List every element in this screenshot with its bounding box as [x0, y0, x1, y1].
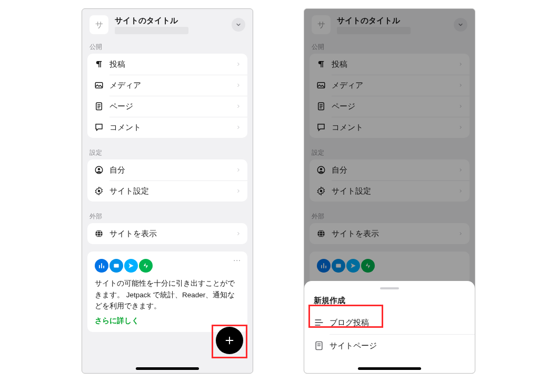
section-label-external: 外部 — [304, 209, 475, 223]
post-icon — [314, 317, 324, 328]
create-bottom-sheet: 新規作成 ブログ投稿 サイトページ — [304, 281, 475, 373]
pages-icon — [316, 101, 326, 112]
group-settings: 自分 サイト設定 — [87, 159, 247, 202]
site-switcher-button[interactable] — [232, 18, 245, 32]
home-indicator — [136, 367, 199, 370]
page-icon — [314, 340, 324, 351]
group-external: サイトを表示 — [87, 223, 247, 244]
svg-point-3 — [98, 168, 101, 170]
stats-icon — [95, 259, 108, 273]
menu-view-site: サイトを表示 — [310, 223, 470, 244]
site-avatar: サ — [312, 15, 331, 34]
chevron-right-icon — [236, 103, 241, 110]
menu-view-site[interactable]: サイトを表示 — [87, 223, 247, 244]
group-publish: 投稿 メディア ページ コメント — [87, 54, 247, 138]
section-label-settings: 設定 — [304, 145, 475, 159]
more-icon[interactable]: ··· — [233, 256, 241, 264]
phone-screen-right: サ サイトのタイトル 公開 投稿 メディア — [304, 8, 475, 374]
menu-label: ページ — [332, 102, 458, 112]
menu-site-settings[interactable]: サイト設定 — [87, 180, 247, 202]
menu-label: ページ — [109, 102, 236, 112]
site-avatar-letter: サ — [317, 20, 325, 30]
menu-label: メディア — [332, 81, 458, 91]
section-label-publish: 公開 — [304, 39, 475, 54]
chevron-right-icon — [458, 230, 463, 237]
menu-label: コメント — [109, 123, 236, 133]
menu-site-settings: サイト設定 — [310, 180, 470, 202]
chevron-right-icon — [458, 166, 463, 174]
section-label-publish: 公開 — [82, 39, 253, 54]
chevron-down-icon — [235, 22, 242, 28]
chevron-right-icon — [458, 103, 463, 110]
image-icon — [316, 80, 326, 91]
menu-comments[interactable]: コメント — [87, 117, 247, 138]
sheet-drag-handle[interactable] — [380, 287, 399, 289]
menu-label: 投稿 — [109, 59, 236, 69]
phone-screen-left: サ サイトのタイトル 公開 投稿 メディア — [82, 8, 253, 374]
chevron-right-icon — [236, 82, 241, 89]
site-avatar[interactable]: サ — [89, 15, 108, 34]
reader-icon — [124, 259, 138, 273]
gear-icon — [316, 186, 326, 196]
site-title: サイトのタイトル — [337, 16, 454, 26]
chevron-right-icon — [236, 124, 241, 131]
site-title: サイトのタイトル — [115, 16, 232, 26]
menu-posts[interactable]: 投稿 — [87, 54, 247, 75]
menu-pages[interactable]: ページ — [87, 96, 247, 117]
menu-label: メディア — [109, 81, 236, 91]
site-header: サ サイトのタイトル — [82, 9, 253, 39]
plus-icon — [224, 335, 235, 346]
reader-icon — [346, 259, 360, 273]
menu-label: 自分 — [109, 165, 236, 175]
promo-icon-row — [317, 259, 462, 273]
promo-learn-more-link[interactable]: さらに詳しく — [95, 316, 240, 326]
pilcrow-icon — [316, 59, 326, 69]
home-indicator — [358, 367, 421, 370]
menu-me[interactable]: 自分 — [87, 159, 247, 180]
pages-icon — [94, 101, 104, 112]
group-settings: 自分 サイト設定 — [310, 159, 470, 202]
chevron-right-icon — [458, 61, 463, 68]
pilcrow-icon — [94, 59, 104, 69]
chevron-down-icon — [457, 22, 464, 28]
promo-text: サイトの可能性を十分に引き出すことができます。 Jetpack で統計、Read… — [95, 278, 240, 312]
sheet-title: 新規作成 — [304, 296, 475, 311]
user-icon — [316, 165, 326, 175]
promo-icon-row — [95, 259, 240, 273]
jetpack-icon — [361, 259, 375, 273]
menu-label: サイトを表示 — [332, 229, 458, 239]
site-switcher-button — [454, 18, 467, 32]
menu-comments: コメント — [310, 117, 470, 138]
chevron-right-icon — [458, 187, 463, 195]
menu-label: コメント — [332, 123, 458, 133]
chevron-right-icon — [458, 82, 463, 89]
chevron-right-icon — [236, 166, 241, 174]
comment-icon — [316, 122, 326, 133]
image-icon — [94, 80, 104, 91]
chevron-right-icon — [236, 61, 241, 68]
fab-create-button[interactable] — [216, 327, 243, 354]
user-icon — [94, 165, 104, 175]
card-icon — [332, 259, 345, 273]
gear-icon — [94, 186, 104, 196]
card-icon — [109, 259, 123, 273]
comment-icon — [94, 122, 104, 133]
globe-icon — [94, 228, 104, 239]
chevron-right-icon — [458, 124, 463, 131]
group-external: サイトを表示 — [310, 223, 470, 244]
site-header: サ サイトのタイトル — [304, 9, 475, 39]
menu-label: サイト設定 — [109, 186, 236, 196]
menu-label: サイト設定 — [332, 186, 458, 196]
globe-icon — [316, 228, 326, 239]
site-subtitle-placeholder — [115, 27, 188, 34]
site-subtitle-placeholder — [337, 27, 411, 34]
chevron-right-icon — [236, 187, 241, 195]
menu-media[interactable]: メディア — [87, 75, 247, 96]
jetpack-promo-card — [310, 252, 470, 284]
menu-label: 自分 — [332, 165, 458, 175]
sheet-item-blog-post[interactable]: ブログ投稿 — [304, 311, 475, 334]
menu-media: メディア — [310, 75, 470, 96]
menu-label: サイトを表示 — [109, 229, 236, 239]
svg-rect-7 — [114, 264, 118, 268]
sheet-item-site-page[interactable]: サイトページ — [304, 334, 475, 357]
